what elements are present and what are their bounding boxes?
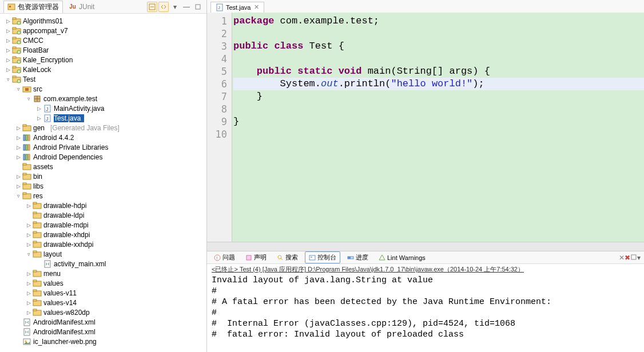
svg-text:J: J (46, 116, 49, 122)
horizontal-scrollbar[interactable] (207, 242, 644, 251)
tree-node-androidmanifest-xml[interactable]: AndroidManifest.xml (0, 327, 206, 337)
expand-arrow[interactable]: ▷ (15, 125, 22, 131)
expand-arrow[interactable]: ▷ (5, 67, 11, 73)
expand-arrow[interactable]: ▷ (5, 38, 11, 43)
expand-arrow[interactable]: ▿ (15, 193, 22, 199)
bottom-tab-进度[interactable]: 进度 (344, 252, 372, 263)
tab-junit[interactable]: Ju JUnit (65, 2, 98, 12)
expand-arrow[interactable]: ▷ (15, 183, 22, 189)
editor-area: J Test.java ✕ 12345678910 package com.ex… (207, 0, 644, 251)
tree-node-test-java[interactable]: ▷JTest.java (0, 113, 206, 123)
bottom-tab-lint-warnings[interactable]: Lint Warnings (375, 253, 429, 262)
svg-rect-74 (33, 299, 37, 301)
bottom-tab-问题[interactable]: !问题 (210, 252, 238, 263)
code-content[interactable]: package com.example.test; public class T… (232, 13, 644, 242)
tree-node-drawable-hdpi[interactable]: ▷drawable-hdpi (0, 201, 206, 210)
expand-arrow[interactable]: ▷ (5, 28, 11, 34)
remove-launch-button[interactable]: ✕ (619, 254, 625, 262)
editor-tab-test-java[interactable]: J Test.java ✕ (210, 2, 264, 13)
tree-label: activity_main.xml (54, 260, 109, 268)
line-number: 6 (209, 78, 227, 90)
tree-node-android-private-libraries[interactable]: ▷Android Private Libraries (0, 142, 206, 152)
tree-node-layout[interactable]: ▿layout (0, 249, 206, 259)
tree-node-gen[interactable]: ▷gen[Generated Java Files] (0, 123, 206, 133)
expand-arrow[interactable]: ▷ (5, 47, 11, 53)
expand-arrow[interactable]: ▷ (25, 281, 32, 286)
expand-arrow[interactable]: ▷ (35, 115, 42, 121)
expand-arrow[interactable]: ▷ (15, 145, 22, 150)
tree-node-res[interactable]: ▿res (0, 191, 206, 201)
tree-node-libs[interactable]: ▷libs (0, 181, 206, 191)
tree-node-kale-encryption[interactable]: ▷Kale_Encryption (0, 55, 206, 65)
svg-rect-1 (9, 6, 11, 7)
expand-arrow[interactable]: ▷ (25, 290, 32, 296)
expand-arrow[interactable]: ▿ (5, 77, 11, 82)
pin-console-button[interactable] (630, 254, 637, 262)
tree-node-values-w820dp[interactable]: ▷values-w820dp (0, 307, 206, 317)
project-tree[interactable]: ▷Algorithms01▷appcompat_v7▷CMCC▷FloatBar… (0, 14, 206, 352)
expand-arrow[interactable]: ▷ (25, 300, 32, 306)
tree-node-com-example-test[interactable]: ▿com.example.test (0, 94, 206, 103)
close-icon[interactable]: ✕ (254, 3, 259, 11)
tree-node-src[interactable]: ▿src (0, 84, 206, 94)
tree-node-drawable-xxhdpi[interactable]: ▷drawable-xxhdpi (0, 239, 206, 249)
remove-all-button[interactable]: ✖ (625, 254, 630, 262)
tree-node-android-dependencies[interactable]: ▷Android Dependencies (0, 152, 206, 162)
expand-arrow[interactable]: ▷ (15, 154, 22, 160)
view-menu-button[interactable]: ▾ (170, 2, 180, 12)
tab-package-explorer[interactable]: 包资源管理器 (3, 1, 63, 13)
expand-arrow[interactable]: ▷ (5, 57, 11, 63)
expand-arrow[interactable]: ▷ (25, 203, 32, 209)
tree-node-assets[interactable]: assets (0, 162, 206, 171)
tree-node-mainactivity-java[interactable]: ▷JMainActivity.java (0, 103, 206, 113)
tree-node-drawable-mdpi[interactable]: ▷drawable-mdpi (0, 220, 206, 230)
tree-node-test[interactable]: ▿Test (0, 74, 206, 84)
tree-node-algorithms01[interactable]: ▷Algorithms01 (0, 16, 206, 26)
tree-node-ic-launcher-web-png[interactable]: ic_launcher-web.png (0, 337, 206, 346)
svg-rect-77 (24, 319, 30, 326)
svg-rect-36 (23, 125, 26, 126)
expand-arrow[interactable]: ▷ (25, 242, 32, 247)
line-number: 9 (209, 115, 227, 128)
tree-node-values[interactable]: ▷values (0, 278, 206, 288)
keyword: package (233, 15, 274, 26)
tree-node-drawable-ldpi[interactable]: drawable-ldpi (0, 210, 206, 220)
tree-node-androidmanifest-xml[interactable]: AndroidManifest.xml (0, 317, 206, 327)
collapse-all-button[interactable] (147, 2, 157, 12)
tree-node-values-v14[interactable]: ▷values-v14 (0, 298, 206, 307)
link-editor-button[interactable] (158, 2, 169, 12)
expand-arrow[interactable]: ▷ (25, 232, 32, 238)
expand-arrow[interactable]: ▷ (15, 174, 22, 179)
tree-node-values-v11[interactable]: ▷values-v11 (0, 288, 206, 298)
maximize-button[interactable] (193, 2, 203, 12)
expand-arrow[interactable]: ▷ (15, 135, 22, 141)
code-editor[interactable]: 12345678910 package com.example.test; pu… (207, 13, 644, 242)
expand-arrow[interactable]: ▷ (25, 222, 32, 228)
expand-arrow[interactable]: ▿ (25, 96, 32, 102)
bottom-panel: !问题声明搜索控制台进度Lint Warnings ✕ ✖ ▾ <已终止> Te… (207, 251, 644, 352)
tree-node-appcompat-v7[interactable]: ▷appcompat_v7 (0, 26, 206, 35)
console-view[interactable]: <已终止> Test (4) [Java 应用程序] D:\Program Fi… (207, 264, 644, 352)
launch-link[interactable]: <已终止> Test (4) [Java 应用程序] D:\Program Fi… (212, 266, 524, 273)
tree-node-menu[interactable]: ▷menu (0, 269, 206, 278)
tree-node-kalelock[interactable]: ▷KaleLock (0, 65, 206, 74)
expand-arrow[interactable]: ▷ (35, 106, 42, 111)
search-icon (277, 254, 284, 261)
expand-arrow[interactable]: ▿ (15, 86, 22, 92)
bottom-tab-搜索[interactable]: 搜索 (273, 252, 301, 263)
tree-node-drawable-xhdpi[interactable]: ▷drawable-xhdpi (0, 230, 206, 239)
expand-arrow[interactable]: ▷ (25, 310, 32, 315)
tree-node-activity-main-xml[interactable]: activity_main.xml (0, 259, 206, 269)
expand-arrow[interactable]: ▷ (25, 271, 32, 277)
tree-node-bin[interactable]: ▷bin (0, 171, 206, 181)
tree-node-cmcc[interactable]: ▷CMCC (0, 35, 206, 45)
tree-node-android-4-4-2[interactable]: ▷Android 4.4.2 (0, 133, 206, 142)
bottom-tab-控制台[interactable]: 控制台 (305, 251, 340, 263)
expand-arrow[interactable]: ▿ (25, 251, 32, 257)
display-menu-button[interactable]: ▾ (637, 254, 641, 262)
minimize-button[interactable]: — (181, 2, 192, 12)
tree-node-floatbar[interactable]: ▷FloatBar (0, 45, 206, 55)
console-line: # Internal Error (javaClasses.cpp:129), … (212, 318, 639, 329)
bottom-tab-声明[interactable]: 声明 (242, 252, 270, 263)
expand-arrow[interactable]: ▷ (5, 18, 11, 24)
